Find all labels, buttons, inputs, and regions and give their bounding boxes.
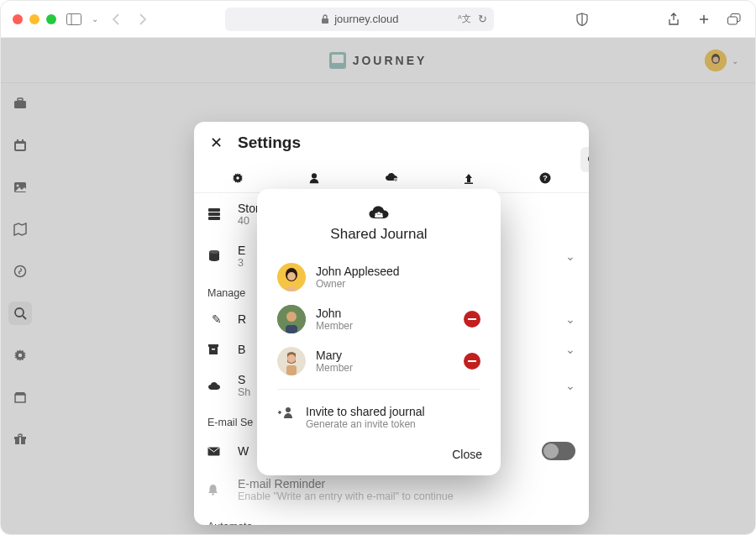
chevron-down-icon: ⌄ (565, 379, 575, 392)
tab-help[interactable]: ? (507, 164, 584, 192)
svg-rect-37 (208, 217, 220, 220)
svg-rect-48 (375, 215, 383, 218)
lock-icon (321, 14, 329, 24)
chevron-down-icon[interactable]: ⌄ (565, 249, 575, 263)
svg-rect-53 (286, 325, 297, 333)
member-name: John Appleseed (316, 265, 480, 278)
svg-rect-35 (208, 208, 220, 212)
email-reminder-sub: Enable "Write an entry with e-mail" to c… (238, 490, 575, 502)
automate-heading: Automate (194, 511, 589, 525)
svg-rect-5 (727, 17, 737, 24)
server-icon (207, 207, 226, 221)
reload-icon[interactable]: ↻ (478, 13, 487, 25)
minimize-window-button[interactable] (29, 14, 39, 24)
new-tab-icon[interactable] (695, 10, 713, 29)
member-row: John Member (257, 298, 501, 340)
svg-rect-0 (67, 13, 81, 24)
close-window-button[interactable] (13, 14, 23, 24)
translate-icon[interactable]: ᴬ文 (458, 13, 471, 25)
tab-account[interactable] (276, 164, 354, 192)
window-controls (13, 14, 56, 24)
shared-journal-modal: Shared Journal John Appleseed Owner John… (257, 189, 501, 475)
svg-rect-36 (208, 212, 220, 216)
tab-general[interactable] (199, 164, 276, 192)
avatar (277, 263, 306, 291)
nav-back-button[interactable] (107, 10, 125, 29)
svg-rect-40 (208, 344, 218, 347)
svg-point-59 (286, 407, 291, 412)
remove-member-button[interactable] (464, 353, 480, 370)
close-settings-button[interactable]: ✕ (207, 134, 224, 152)
chevron-down-icon[interactable]: ⌄ (92, 14, 98, 24)
nav-forward-button[interactable] (134, 10, 152, 29)
search-button[interactable] (580, 147, 589, 172)
sidebar-toggle-icon[interactable] (65, 10, 83, 29)
pencil-icon: ✎ (207, 312, 226, 326)
share-icon[interactable] (664, 10, 683, 29)
member-role: Member (316, 362, 454, 374)
member-owner: John Appleseed Owner (257, 256, 501, 298)
svg-point-50 (287, 272, 296, 281)
svg-rect-57 (286, 365, 297, 375)
add-person-icon (277, 405, 294, 418)
svg-point-52 (286, 312, 297, 322)
database-icon (207, 249, 226, 263)
svg-point-39 (209, 250, 219, 254)
svg-text:?: ? (543, 174, 548, 182)
tab-cloud[interactable] (353, 164, 430, 192)
svg-rect-58 (468, 360, 476, 362)
member-name: Mary (316, 349, 454, 362)
url-text: journey.cloud (334, 13, 398, 25)
invite-title: Invite to shared journal (306, 405, 425, 418)
member-row: Mary Member (257, 340, 501, 382)
close-modal-button[interactable]: Close (452, 448, 482, 461)
remove-member-button[interactable] (464, 311, 480, 328)
member-role: Owner (316, 278, 480, 290)
app-frame: JOURNEY ⌄ ✕ Settings (1, 38, 755, 535)
avatar (277, 347, 306, 375)
member-name: John (316, 307, 454, 320)
invite-row[interactable]: Invite to shared journal Generate an inv… (257, 396, 501, 438)
svg-point-46 (377, 212, 381, 215)
chevron-down-icon: ⌄ (565, 312, 575, 326)
modal-title: Shared Journal (257, 226, 501, 243)
svg-point-56 (287, 354, 296, 363)
divider (277, 389, 480, 390)
avatar (277, 305, 306, 333)
browser-chrome: ⌄ journey.cloud ᴬ文 ↻ (1, 1, 755, 38)
svg-rect-42 (212, 349, 215, 350)
invite-sub: Generate an invite token (306, 418, 425, 430)
svg-point-28 (236, 176, 239, 180)
chevron-down-icon: ⌄ (565, 343, 575, 356)
member-role: Member (316, 320, 454, 332)
svg-point-44 (212, 493, 214, 496)
email-reminder-label: E-mail Reminder (238, 477, 575, 490)
maximize-window-button[interactable] (46, 14, 56, 24)
settings-title: Settings (238, 134, 301, 152)
cloud-share-icon (368, 204, 390, 221)
cloud-icon (207, 381, 226, 391)
svg-rect-54 (468, 318, 476, 320)
address-bar[interactable]: journey.cloud ᴬ文 ↻ (225, 8, 494, 31)
svg-rect-41 (209, 347, 218, 354)
shield-icon[interactable] (573, 10, 591, 29)
svg-rect-2 (322, 18, 328, 24)
bell-icon (207, 484, 226, 496)
tabs-icon[interactable] (725, 10, 743, 29)
svg-rect-32 (465, 183, 473, 185)
mail-icon (207, 447, 226, 456)
tab-upload[interactable] (430, 164, 507, 192)
email-write-toggle[interactable] (542, 442, 575, 460)
archive-icon (207, 344, 226, 355)
svg-point-29 (312, 173, 317, 178)
